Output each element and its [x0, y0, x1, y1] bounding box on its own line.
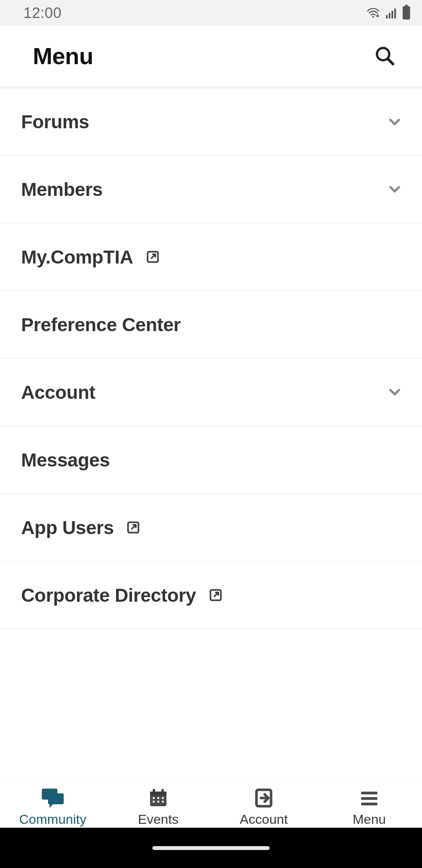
page-title: Menu: [33, 43, 93, 70]
external-link-icon: [145, 249, 161, 265]
app-bar: Menu: [0, 26, 422, 87]
nav-tab-label: Events: [138, 812, 179, 827]
svg-rect-1: [386, 15, 388, 19]
status-time: 12:00: [23, 5, 62, 22]
chevron-down-icon: [386, 181, 403, 198]
account-login-icon: [253, 787, 275, 809]
nav-tab-events[interactable]: Events: [106, 777, 211, 828]
svg-rect-25: [361, 792, 377, 794]
search-icon: [373, 44, 396, 68]
svg-line-8: [388, 59, 393, 64]
svg-point-0: [372, 16, 374, 18]
system-navigation-bar: [0, 828, 422, 868]
svg-rect-13: [48, 793, 64, 804]
menu-content: Forums Members My.CompTI: [0, 88, 422, 868]
wifi-icon: [365, 6, 381, 21]
cellular-signal-icon: [384, 6, 399, 21]
menu-item-label: Messages: [21, 449, 110, 471]
chevron-down-icon: [386, 384, 403, 401]
chevron-down-icon: [386, 113, 403, 131]
menu-item-app-users[interactable]: App Users: [0, 494, 422, 561]
svg-rect-3: [392, 11, 393, 18]
menu-item-label: Corporate Directory: [21, 585, 196, 606]
svg-rect-26: [361, 797, 377, 800]
svg-rect-27: [361, 803, 377, 805]
svg-rect-5: [405, 5, 408, 6]
menu-item-label: App Users: [21, 517, 114, 538]
svg-rect-6: [403, 6, 410, 20]
svg-rect-18: [153, 797, 155, 799]
hamburger-menu-icon: [358, 787, 380, 809]
svg-rect-2: [389, 13, 390, 18]
search-button[interactable]: [370, 42, 399, 70]
svg-rect-21: [153, 801, 155, 803]
svg-rect-22: [157, 801, 159, 803]
menu-item-label: Members: [21, 179, 103, 200]
menu-item-label: Preference Center: [21, 314, 181, 335]
svg-rect-23: [162, 801, 164, 803]
svg-rect-17: [161, 789, 164, 794]
calendar-icon: [147, 787, 169, 809]
nav-tab-community[interactable]: Community: [0, 777, 106, 828]
menu-item-messages[interactable]: Messages: [0, 426, 422, 494]
home-indicator[interactable]: [152, 846, 270, 850]
battery-icon: [402, 5, 411, 21]
external-link-icon: [125, 520, 141, 535]
menu-item-account[interactable]: Account: [0, 359, 422, 426]
menu-item-label: Account: [21, 382, 95, 403]
status-bar: 12:00: [0, 0, 422, 26]
bottom-nav: Community Events Account Menu: [0, 777, 422, 828]
nav-tab-account[interactable]: Account: [211, 777, 316, 828]
menu-item-preference-center[interactable]: Preference Center: [0, 291, 422, 359]
menu-item-corporate-directory[interactable]: Corporate Directory: [0, 561, 422, 629]
community-icon: [40, 787, 65, 809]
nav-tab-label: Menu: [352, 812, 386, 827]
nav-tab-label: Community: [19, 812, 86, 827]
svg-rect-4: [394, 9, 396, 18]
svg-rect-16: [153, 789, 155, 794]
menu-item-members[interactable]: Members: [0, 156, 422, 223]
nav-tab-menu[interactable]: Menu: [316, 777, 422, 828]
external-link-icon: [208, 587, 224, 603]
nav-tab-label: Account: [240, 812, 288, 827]
status-icons: [365, 5, 411, 21]
menu-list: Forums Members My.CompTI: [0, 88, 422, 629]
svg-rect-19: [157, 797, 159, 799]
menu-item-mycomptia[interactable]: My.CompTIA: [0, 223, 422, 291]
svg-rect-20: [162, 797, 164, 799]
menu-item-label: Forums: [21, 111, 89, 133]
svg-rect-15: [150, 792, 166, 795]
menu-item-label: My.CompTIA: [21, 246, 133, 268]
menu-item-forums[interactable]: Forums: [0, 88, 422, 156]
